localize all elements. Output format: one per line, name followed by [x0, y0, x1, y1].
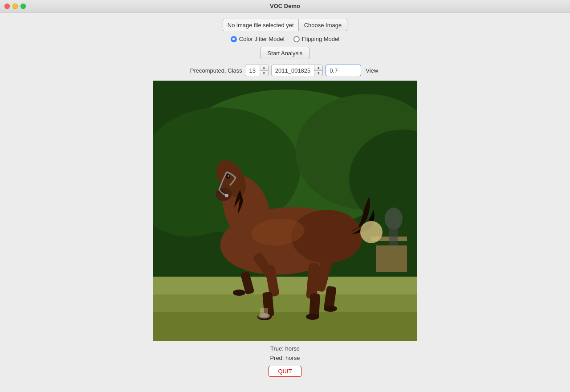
- minimize-button[interactable]: [12, 4, 18, 9]
- titlebar: VOC Demo: [0, 0, 570, 12]
- choose-image-button[interactable]: Choose Image: [298, 19, 348, 31]
- close-button[interactable]: [4, 4, 10, 9]
- image-id-decrement-button[interactable]: [314, 71, 322, 76]
- flipping-label: Flipping Model: [302, 36, 340, 42]
- pred-label: Pred: horse: [270, 355, 300, 361]
- flipping-option[interactable]: Flipping Model: [293, 36, 340, 42]
- class-decrement-button[interactable]: [260, 71, 268, 76]
- svg-point-37: [385, 208, 403, 230]
- window-controls: [4, 4, 26, 9]
- svg-rect-38: [389, 228, 398, 245]
- quit-button[interactable]: QUIT: [269, 366, 301, 377]
- svg-rect-10: [376, 245, 407, 272]
- color-jitter-radio[interactable]: [231, 36, 237, 42]
- class-spinner-arrows: [260, 65, 268, 76]
- file-status-label: No image file selected yet: [223, 19, 298, 31]
- svg-point-29: [306, 314, 319, 320]
- horse-image-container: [153, 81, 417, 341]
- threshold-input[interactable]: [326, 65, 361, 76]
- true-label: True: horse: [270, 345, 300, 352]
- svg-point-20: [291, 210, 362, 263]
- svg-point-26: [233, 290, 245, 296]
- start-analysis-button[interactable]: Start Analysis: [260, 47, 310, 59]
- horse-svg: [153, 81, 417, 341]
- svg-point-17: [228, 175, 229, 177]
- class-increment-button[interactable]: [260, 65, 268, 71]
- class-spinner[interactable]: 13: [245, 65, 269, 76]
- svg-point-19: [225, 194, 228, 197]
- svg-rect-34: [260, 308, 268, 317]
- precomputed-label: Precomputed, Class: [190, 67, 242, 74]
- color-jitter-label: Color Jitter Model: [239, 36, 285, 42]
- maximize-button[interactable]: [20, 4, 26, 9]
- color-jitter-option[interactable]: Color Jitter Model: [231, 36, 285, 42]
- main-content: No image file selected yet Choose Image …: [0, 12, 570, 392]
- file-row: No image file selected yet Choose Image: [223, 19, 347, 31]
- image-id-value: 2011_001825: [272, 67, 314, 74]
- window-title: VOC Demo: [270, 3, 300, 9]
- svg-point-36: [360, 221, 383, 243]
- radio-row: Color Jitter Model Flipping Model: [231, 36, 339, 42]
- image-id-increment-button[interactable]: [314, 65, 322, 71]
- svg-point-32: [324, 306, 337, 312]
- view-button[interactable]: View: [364, 67, 380, 74]
- image-id-spinner[interactable]: 2011_001825: [271, 65, 323, 76]
- class-value: 13: [245, 67, 260, 74]
- image-id-spinner-arrows: [314, 65, 322, 76]
- controls-row: Precomputed, Class 13 2011_001825 View: [190, 65, 380, 76]
- svg-rect-8: [153, 312, 417, 341]
- flipping-radio[interactable]: [293, 36, 300, 42]
